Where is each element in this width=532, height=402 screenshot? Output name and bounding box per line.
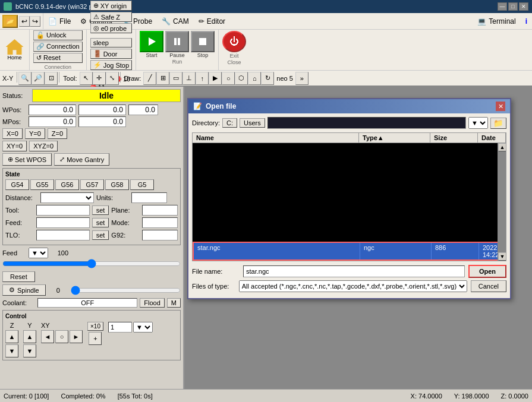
path-users-button[interactable]: Users — [240, 118, 265, 128]
scroll-thumb[interactable] — [498, 151, 506, 252]
draw-rect-button[interactable]: ▭ — [169, 72, 182, 85]
sleep-button[interactable]: sleep — [90, 38, 132, 48]
tool-input[interactable] — [36, 205, 90, 216]
scale-tool-button[interactable]: ⤡ — [106, 72, 119, 85]
step-unit-select[interactable]: ▼ — [133, 322, 153, 333]
browse-folder-button[interactable]: 📁 — [490, 118, 506, 129]
help-button[interactable]: i — [521, 13, 532, 29]
g56-button[interactable]: G56 — [55, 179, 79, 190]
move-tool-button[interactable]: ✛ — [93, 72, 106, 85]
draw-poly-button[interactable]: ⌂ — [248, 72, 261, 85]
menu-editor[interactable]: ✏ Editor — [194, 13, 230, 29]
reset-button[interactable]: Reset — [2, 271, 35, 282]
tlo-set-button[interactable]: set — [92, 230, 109, 240]
z-up-button[interactable]: ▲ — [5, 330, 18, 343]
units-input[interactable] — [131, 192, 167, 203]
maximize-button[interactable]: □ — [508, 2, 518, 11]
set-wpos-button[interactable]: ⊕ Set WPOS — [2, 153, 52, 166]
door-button[interactable]: 🚪 Door — [90, 49, 132, 59]
scroll-down-arrow[interactable]: ▼ — [498, 252, 506, 261]
reset-top-button[interactable]: ↺ Reset — [33, 53, 83, 63]
fit-view-button[interactable]: ⊡ — [45, 72, 58, 85]
step-x10-button[interactable]: ×10 — [87, 322, 103, 331]
feed-slider[interactable] — [2, 259, 181, 268]
move-gantry-button[interactable]: ⤢ Move Gantry — [54, 153, 109, 166]
mode-input[interactable] — [142, 217, 178, 228]
col-date[interactable]: Date — [478, 133, 506, 143]
draw-grid-button[interactable]: ⊞ — [156, 72, 169, 85]
feed-set-button[interactable]: set — [92, 218, 109, 227]
g5x-button[interactable]: G5 — [130, 179, 154, 190]
open-button[interactable]: Open — [468, 265, 506, 278]
g92-input[interactable] — [142, 230, 178, 240]
tool-set-button[interactable]: set — [92, 205, 109, 215]
jog-stop-button[interactable]: ⚡ Jog Stop — [90, 60, 132, 70]
spindle-slider[interactable] — [71, 286, 181, 295]
zoom-in-button[interactable]: 🔍 — [18, 72, 32, 85]
z-down-button[interactable]: ▼ — [5, 344, 18, 357]
feed-dropdown[interactable]: ▼ — [29, 248, 48, 258]
stop-button[interactable] — [191, 31, 215, 52]
xy-right-button[interactable]: ► — [70, 330, 83, 343]
draw-circle-button[interactable]: ○ — [222, 72, 235, 85]
redo-button[interactable]: ↪ — [30, 16, 40, 27]
step-input[interactable] — [108, 322, 132, 333]
g58-button[interactable]: G58 — [105, 179, 129, 190]
y-up-button[interactable]: ▲ — [23, 330, 36, 343]
zoom-out-button[interactable]: 🔎 — [32, 72, 45, 85]
menu-file[interactable]: 📄 File — [43, 13, 75, 29]
file-open-button[interactable]: 📂 — [2, 15, 18, 28]
draw-arrow-button[interactable]: ↑ — [196, 72, 209, 85]
col-name[interactable]: Name — [193, 133, 359, 143]
arrow-tool-button[interactable]: ↖ — [80, 72, 93, 85]
unlock-button[interactable]: 🔓 Unlock — [33, 30, 83, 40]
mist-button[interactable]: M — [167, 298, 181, 308]
menu-terminal[interactable]: 💻 Terminal — [473, 13, 520, 29]
file-list-area[interactable]: star.ngc ngc 886 2022.02.27 14:22:20 ▲ ▼ — [192, 143, 506, 261]
close-button[interactable]: ✕ — [519, 2, 528, 11]
draw-line-button[interactable]: ╱ — [143, 72, 156, 85]
tlo-input[interactable] — [36, 230, 90, 240]
minimize-button[interactable]: — — [498, 2, 507, 11]
e0probe-button[interactable]: ◎ e0 probe — [90, 23, 132, 33]
distance-select[interactable] — [40, 192, 94, 203]
xyz-zero-button[interactable]: XYZ=0 — [29, 141, 58, 151]
draw-expand-button[interactable]: » — [295, 72, 309, 85]
cancel-button[interactable]: Cancel — [471, 280, 506, 292]
xy-left-button[interactable]: ◄ — [41, 330, 54, 343]
col-size[interactable]: Size — [430, 133, 478, 143]
flood-button[interactable]: Flood — [140, 298, 165, 308]
xy-origin-button[interactable]: ⊕ XY origin — [90, 1, 132, 11]
dialog-close-button[interactable]: ✕ — [496, 102, 505, 111]
scroll-up-arrow[interactable]: ▲ — [498, 143, 506, 151]
file-list-scrollbar[interactable]: ▲ ▼ — [498, 143, 506, 261]
xy-home-button[interactable]: ○ — [55, 330, 68, 343]
filetype-select[interactable]: All accepted (*.ngc,*.cnc,*.nc,*.tap,*.g… — [239, 280, 467, 292]
safe-z-button[interactable]: ⚠ Safe Z — [90, 12, 132, 22]
g57-button[interactable]: G57 — [80, 179, 104, 190]
draw-hex-button[interactable]: ⬡ — [235, 72, 248, 85]
path-c-button[interactable]: C: — [222, 118, 237, 128]
undo-button[interactable]: ↩ — [19, 16, 30, 27]
home-button[interactable]: Home — [0, 30, 30, 70]
exit-button[interactable]: ⏻ — [222, 31, 246, 52]
title-bar-controls[interactable]: — □ ✕ — [498, 2, 528, 11]
xy-zero-button[interactable]: XY=0 — [2, 141, 27, 151]
z-zero-button[interactable]: Z=0 — [48, 128, 67, 139]
g55-button[interactable]: G55 — [30, 179, 54, 190]
col-type[interactable]: Type▲ — [359, 133, 430, 143]
spindle-button[interactable]: ⚙ Spindle — [2, 284, 46, 296]
feed-input[interactable] — [36, 217, 90, 228]
draw-run-button[interactable]: ▶ — [209, 72, 222, 85]
filename-input[interactable] — [243, 265, 465, 277]
y-down-button[interactable]: ▼ — [23, 344, 36, 357]
connection-button[interactable]: 🔗 Connection — [33, 42, 83, 52]
selected-file-row[interactable]: star.ngc ngc 886 2022.02.27 14:22:20 — [193, 242, 506, 261]
g54-button[interactable]: G54 — [5, 179, 29, 190]
draw-refresh-button[interactable]: ↻ — [261, 72, 274, 85]
plane-input[interactable] — [142, 205, 178, 216]
y-zero-button[interactable]: Y=0 — [25, 128, 45, 139]
menu-cam[interactable]: 🔧 CAM — [157, 13, 194, 29]
start-button[interactable] — [140, 31, 163, 52]
pause-button[interactable] — [165, 31, 189, 52]
